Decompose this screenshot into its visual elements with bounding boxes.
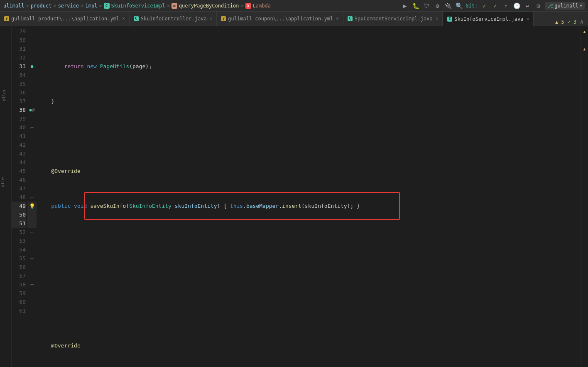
gutter-38: ● @ bbox=[27, 106, 37, 114]
breadcrumb-sep-2: > bbox=[53, 3, 56, 9]
breadcrumb-sep-6: > bbox=[240, 3, 243, 9]
tab-close-controller[interactable]: × bbox=[210, 16, 213, 21]
gutter-44 bbox=[27, 158, 37, 167]
git-icon: Git: bbox=[466, 3, 478, 9]
git-branch-dropdown[interactable]: ⎇ gulimall ▼ bbox=[545, 2, 585, 10]
breadcrumb-sep-5: > bbox=[167, 3, 170, 9]
gutter-48: ⌐ bbox=[27, 193, 37, 202]
git-revert-icon[interactable]: ↩ bbox=[523, 2, 532, 10]
gutter-60 bbox=[27, 298, 37, 306]
tab-application-yml-coupon[interactable]: y gulimall-coupon\...\application.yml × bbox=[217, 12, 343, 26]
maximize-icon[interactable]: ⊡ bbox=[534, 2, 542, 10]
left-side-gutter: oller olle bbox=[0, 26, 12, 367]
breadcrumb-sep-1: > bbox=[26, 3, 29, 9]
ln-48: 48 bbox=[12, 193, 26, 202]
git-check-icon[interactable]: ✓ bbox=[480, 2, 488, 10]
code-line-32: @Override bbox=[38, 167, 581, 175]
gutter-34 bbox=[27, 71, 37, 79]
code-line-37: @Override bbox=[38, 341, 581, 350]
code-line-29: return new PageUtils(page); bbox=[38, 62, 581, 71]
gutter-57 bbox=[27, 271, 37, 280]
tab-icon-skuinfo: C bbox=[447, 17, 452, 22]
code-content: return new PageUtils(page); } @Override … bbox=[37, 26, 581, 367]
ln-42: 42 bbox=[12, 140, 26, 149]
coverage-icon[interactable]: 🛡 bbox=[422, 2, 431, 10]
breadcrumb-lambda[interactable]: Lambda bbox=[253, 3, 271, 9]
gutter-50 bbox=[27, 210, 37, 219]
gutter-36 bbox=[27, 88, 37, 97]
settings-icon[interactable]: ⚙ bbox=[433, 2, 441, 10]
ln-33: 33 bbox=[12, 62, 26, 71]
gutter-52: ⌐ bbox=[27, 228, 37, 236]
tab-close-spucomment[interactable]: × bbox=[436, 16, 439, 21]
breadcrumb-product[interactable]: product bbox=[31, 3, 52, 9]
check-count: ✓ 3 bbox=[568, 19, 577, 25]
breadcrumb-skuinfoserviceimpl[interactable]: SkuInfoServiceImpl bbox=[111, 3, 165, 9]
gutter-29 bbox=[27, 27, 37, 36]
gutter-45 bbox=[27, 167, 37, 175]
ln-35: 35 bbox=[12, 79, 26, 88]
code-line-33: public void saveSkuInfo(SkuInfoEntity sk… bbox=[38, 202, 581, 210]
gutter-35 bbox=[27, 79, 37, 88]
ln-37: 37 bbox=[12, 97, 26, 106]
run-icon[interactable]: ▶ bbox=[401, 2, 409, 10]
ln-56: 56 bbox=[12, 263, 26, 271]
tab-label-spucomment: SpuCommentServiceImpl.java bbox=[355, 16, 433, 22]
ln-54: 54 bbox=[12, 245, 26, 254]
gutter-51 bbox=[27, 219, 37, 228]
gutter-53 bbox=[27, 236, 37, 245]
code-line-31 bbox=[38, 132, 581, 140]
gutter-30 bbox=[27, 36, 37, 44]
ln-45: 45 bbox=[12, 167, 26, 175]
breadcrumb: ulimall > product > service > impl > C S… bbox=[0, 0, 588, 12]
breadcrumb-right: ▶ 🐛 🛡 ⚙ 🔌 🔍 Git: ✓ ✓ ↑ 🕐 ↩ ⊡ ⎇ gulimall … bbox=[401, 2, 585, 10]
ln-61: 61 bbox=[12, 306, 26, 315]
ln-38: 38 bbox=[12, 106, 26, 114]
ln-51: 51 bbox=[12, 219, 26, 228]
ln-30: 30 bbox=[12, 36, 26, 44]
debug-icon[interactable]: 🐛 bbox=[412, 2, 420, 10]
git-check2-icon[interactable]: ✓ bbox=[491, 2, 499, 10]
ln-44: 44 bbox=[12, 158, 26, 167]
plugins-icon[interactable]: 🔌 bbox=[444, 2, 452, 10]
breadcrumb-method-icon: m bbox=[172, 3, 177, 9]
tab-skuinfo-serviceimpl[interactable]: C SkuInfoServiceImpl.java × bbox=[443, 12, 534, 26]
ln-49: 49 bbox=[12, 202, 26, 210]
git-history-icon[interactable]: 🕐 bbox=[512, 2, 521, 10]
code-line-30: } bbox=[38, 97, 581, 106]
ln-46: 46 bbox=[12, 175, 26, 184]
tab-icon-yml1: y bbox=[4, 16, 9, 21]
git-branch-icon: ⎇ bbox=[547, 3, 553, 9]
tab-spucomment-serviceimpl[interactable]: C SpuCommentServiceImpl.java × bbox=[343, 12, 443, 26]
scroll-up-icon[interactable]: ∧ bbox=[580, 18, 584, 26]
gutter-56 bbox=[27, 263, 37, 271]
gutter-54 bbox=[27, 245, 37, 254]
tab-close-yml1[interactable]: × bbox=[122, 16, 125, 21]
ln-55: 55 bbox=[12, 254, 26, 263]
search-icon[interactable]: 🔍 bbox=[455, 2, 463, 10]
git-branch-label: gulimall bbox=[554, 3, 578, 9]
tab-close-yml2[interactable]: × bbox=[336, 16, 339, 21]
gutter-59 bbox=[27, 289, 37, 298]
git-push-icon[interactable]: ↑ bbox=[502, 2, 510, 10]
tab-close-skuinfo[interactable]: × bbox=[526, 16, 529, 22]
ln-60: 60 bbox=[12, 298, 26, 306]
breadcrumb-service[interactable]: service bbox=[58, 3, 79, 9]
ln-31: 31 bbox=[12, 44, 26, 53]
gutter-39 bbox=[27, 114, 37, 123]
gutter-41 bbox=[27, 132, 37, 140]
tab-icon-spucomment: C bbox=[348, 16, 353, 21]
ln-39: 39 bbox=[12, 114, 26, 123]
breadcrumb-impl[interactable]: impl bbox=[85, 3, 97, 9]
git-branch-chevron: ▼ bbox=[580, 3, 582, 8]
tab-skuinfo-controller[interactable]: C SkuInfoController.java × bbox=[130, 12, 217, 26]
ln-52: 52 bbox=[12, 228, 26, 236]
gutter-37 bbox=[27, 97, 37, 106]
code-line-35 bbox=[38, 271, 581, 280]
tab-label-yml1: gulimall-product\...\application.yml bbox=[11, 16, 119, 22]
gutter-42 bbox=[27, 140, 37, 149]
breadcrumb-ulimall[interactable]: ulimall bbox=[3, 3, 24, 9]
tab-application-yml-product[interactable]: y gulimall-product\...\application.yml × bbox=[0, 12, 130, 26]
editor-area: oller olle 29 30 31 32 33 34 35 36 37 38… bbox=[0, 26, 588, 367]
breadcrumb-querypageby[interactable]: queryPageByCondition bbox=[179, 3, 239, 9]
